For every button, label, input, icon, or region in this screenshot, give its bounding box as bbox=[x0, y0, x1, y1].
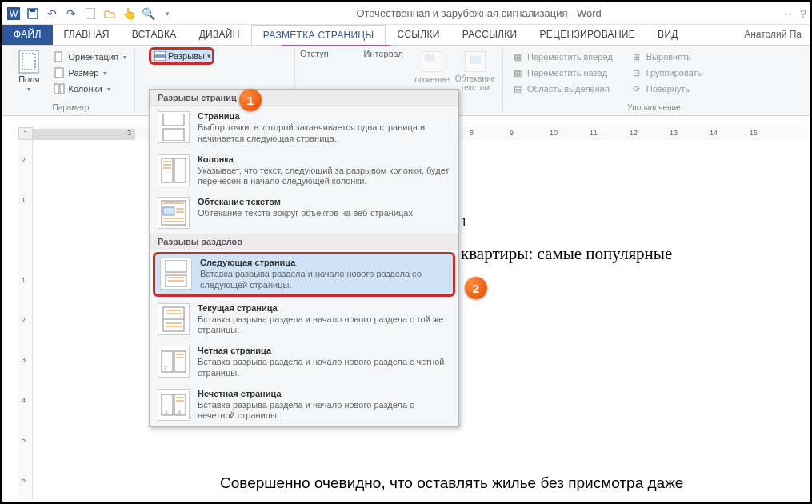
tab-insert[interactable]: ВСТАВКА bbox=[121, 25, 188, 45]
help-icon[interactable]: ? bbox=[800, 7, 806, 20]
ruler-tick: 15 bbox=[750, 129, 758, 137]
new-doc-icon[interactable] bbox=[82, 6, 98, 22]
ruler-corner: ⌐ bbox=[18, 127, 33, 140]
columns-button[interactable]: Колонки▾ bbox=[50, 81, 130, 97]
send-backward-button[interactable]: ▦Переместить назад bbox=[508, 65, 616, 81]
break-option-column[interactable]: КолонкаУказывает, что текст, следующий з… bbox=[150, 150, 458, 193]
group-button[interactable]: ⊡Группировать bbox=[627, 65, 706, 81]
tab-view[interactable]: ВИД bbox=[646, 25, 690, 45]
break-title: Следующая страница bbox=[200, 258, 448, 267]
tab-page-layout[interactable]: РАЗМЕТКА СТРАНИЦЫ bbox=[251, 25, 386, 45]
selection-pane-button[interactable]: ▤Область выделения bbox=[508, 81, 616, 97]
save-icon[interactable] bbox=[25, 6, 41, 22]
svg-rect-10 bbox=[60, 84, 64, 94]
ruler-tick: 3 bbox=[127, 129, 131, 137]
tab-design[interactable]: ДИЗАЙН bbox=[188, 25, 251, 45]
svg-rect-12 bbox=[425, 54, 434, 61]
columns-label: Колонки bbox=[69, 84, 102, 94]
tab-mailings[interactable]: РАССЫЛКИ bbox=[451, 25, 529, 45]
send-backward-icon: ▦ bbox=[511, 66, 524, 79]
rotate-label: Повернуть bbox=[646, 84, 690, 94]
wrap-label: Обтекание текстом bbox=[455, 74, 495, 92]
position-label: ложение bbox=[414, 74, 450, 84]
group-label: Группировать bbox=[646, 68, 702, 78]
redo-icon[interactable]: ↷ bbox=[63, 6, 79, 22]
rotate-button[interactable]: ⟳Повернуть bbox=[627, 81, 706, 97]
ribbon-collapse-icon[interactable]: ↔ bbox=[782, 7, 794, 20]
tab-home[interactable]: ГЛАВНАЯ bbox=[53, 25, 121, 45]
break-desc: Указывает, что текст, следующий за разры… bbox=[198, 166, 450, 188]
breaks-dropdown-button[interactable]: Разрывы ▾ bbox=[149, 47, 214, 65]
size-button[interactable]: Размер▾ bbox=[50, 65, 130, 81]
break-title: Нечетная страница bbox=[198, 389, 450, 398]
svg-rect-20 bbox=[174, 158, 186, 182]
callout-1: 1 bbox=[239, 89, 262, 111]
position-icon bbox=[421, 50, 443, 73]
ruler-tick: 2 bbox=[22, 156, 26, 164]
ruler-tick: 11 bbox=[590, 129, 598, 137]
touch-mode-icon[interactable]: 👆 bbox=[121, 6, 137, 22]
align-icon: ⊞ bbox=[630, 50, 643, 63]
orientation-button[interactable]: Ориентация▾ bbox=[50, 49, 130, 65]
ruler-tick: 14 bbox=[710, 129, 718, 137]
svg-rect-16 bbox=[154, 57, 166, 61]
wrap-text-button[interactable]: Обтекание текстом bbox=[455, 49, 495, 94]
indent-label: Отступ bbox=[300, 49, 329, 58]
ribbon-tabs: ФАЙЛ ГЛАВНАЯ ВСТАВКА ДИЗАЙН РАЗМЕТКА СТР… bbox=[2, 25, 810, 46]
window-title: Отечественная и зарубежная сигнализация … bbox=[175, 7, 782, 19]
align-button[interactable]: ⊞Выровнять bbox=[627, 49, 706, 65]
ruler-tick: 5 bbox=[22, 436, 26, 444]
svg-rect-3 bbox=[30, 9, 35, 12]
svg-text:2: 2 bbox=[164, 366, 167, 371]
break-option-odd-page[interactable]: 13 Нечетная страницаВставка разрыва разд… bbox=[150, 384, 458, 427]
break-option-next-page[interactable]: Следующая страницаВставка разрыва раздел… bbox=[153, 252, 455, 297]
size-icon bbox=[53, 66, 66, 79]
chevron-down-icon: ▾ bbox=[207, 52, 211, 60]
break-option-even-page[interactable]: 2 Четная страницаВставка разрыва раздела… bbox=[150, 341, 458, 384]
title-bar: W ↶ ↷ 👆 🔍 ▾ Отечественная и зарубежная с… bbox=[2, 2, 810, 25]
ruler-tick: 10 bbox=[550, 129, 558, 137]
vertical-ruler[interactable]: 2 1 1 2 3 4 5 6 bbox=[18, 140, 33, 499]
window-controls: ↔ ? bbox=[782, 7, 806, 20]
selection-pane-icon: ▤ bbox=[511, 82, 524, 95]
break-title: Страница bbox=[198, 111, 450, 121]
ruler-tick: 1 bbox=[22, 276, 26, 284]
svg-rect-4 bbox=[86, 8, 95, 19]
svg-rect-17 bbox=[163, 114, 184, 126]
tab-references[interactable]: ССЫЛКИ bbox=[386, 25, 450, 45]
bring-forward-icon: ▦ bbox=[511, 50, 524, 63]
arrange-group-title: Упорядочение bbox=[508, 103, 800, 112]
break-option-continuous[interactable]: Текущая страницаВставка разрыва раздела … bbox=[150, 298, 458, 342]
breaks-dropdown-menu: Разрывы страниц СтраницаВыбор точки, в к… bbox=[149, 89, 459, 427]
user-name[interactable]: Анатолий Па bbox=[736, 25, 810, 45]
continuous-section-icon bbox=[158, 303, 190, 335]
break-option-page[interactable]: СтраницаВыбор точки, в которой заканчива… bbox=[150, 106, 458, 150]
breaks-icon bbox=[154, 51, 166, 61]
margins-button[interactable]: Поля ▾ bbox=[12, 49, 46, 94]
svg-rect-9 bbox=[54, 84, 58, 94]
wrap-icon bbox=[464, 50, 486, 73]
ruler-tick: 2 bbox=[22, 316, 26, 324]
break-option-text-wrapping[interactable]: Обтекание текстомОбтекание текста вокруг… bbox=[150, 192, 458, 234]
tab-review[interactable]: РЕЦЕНЗИРОВАНИЕ bbox=[528, 25, 646, 45]
columns-icon bbox=[53, 82, 66, 95]
tab-file[interactable]: ФАЙЛ bbox=[2, 25, 53, 45]
odd-page-section-icon: 13 bbox=[158, 389, 190, 421]
dropdown-header-page-breaks: Разрывы страниц bbox=[150, 90, 458, 106]
callout-2: 2 bbox=[465, 277, 487, 299]
print-preview-icon[interactable]: 🔍 bbox=[140, 6, 156, 22]
bring-forward-button[interactable]: ▦Переместить вперед bbox=[508, 49, 616, 65]
chevron-down-icon: ▾ bbox=[107, 86, 110, 93]
svg-rect-11 bbox=[422, 51, 442, 72]
qat-dropdown-icon[interactable]: ▾ bbox=[159, 6, 175, 22]
undo-icon[interactable]: ↶ bbox=[44, 6, 60, 22]
ruler-tick: 4 bbox=[22, 396, 26, 404]
ruler-tick: 12 bbox=[630, 129, 638, 137]
send-backward-label: Переместить назад bbox=[527, 68, 607, 78]
break-desc: Вставка разрыва раздела и начало нового … bbox=[198, 400, 450, 422]
svg-rect-7 bbox=[55, 52, 62, 62]
position-button[interactable]: ложение bbox=[412, 49, 452, 86]
dropdown-header-section-breaks: Разрывы разделов bbox=[150, 234, 458, 250]
open-icon[interactable] bbox=[102, 6, 118, 22]
ruler-tick: 3 bbox=[22, 356, 26, 364]
